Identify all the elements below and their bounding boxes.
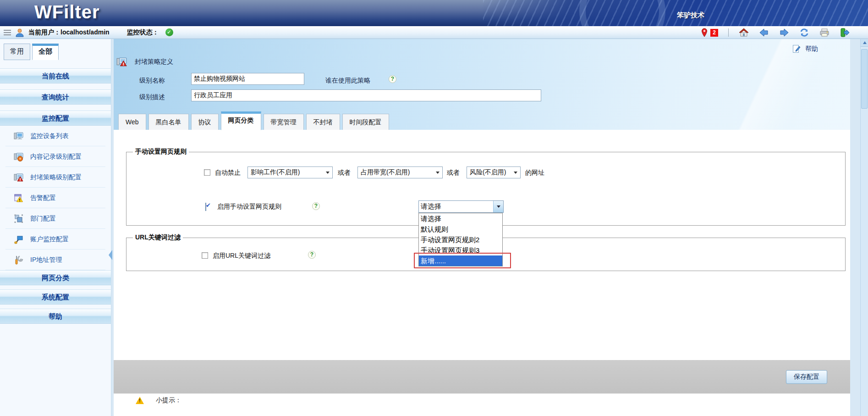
- monitor-icon: [14, 131, 24, 141]
- who-uses-policy-label: 谁在使用此策略: [325, 77, 370, 85]
- brand-text: 笨驴技术: [677, 11, 704, 20]
- sidebar-group-web-category[interactable]: 网页分类: [0, 270, 111, 285]
- sidebar-group-system-config[interactable]: 系统配置: [0, 289, 111, 305]
- toolbar-separator: [728, 28, 729, 37]
- pin-icon: [699, 28, 709, 38]
- url-filter-help-icon[interactable]: ?: [308, 251, 316, 259]
- url-filter-legend: URL关键词过滤: [133, 233, 183, 242]
- sidebar-item-label: 告警配置: [30, 194, 56, 202]
- vertical-scrollbar[interactable]: [860, 39, 868, 416]
- enable-url-filter-label: 启用URL关键词过滤: [213, 250, 270, 261]
- rule-select-dropdown-button[interactable]: [493, 201, 503, 212]
- manual-rules-legend: 手动设置网页规则: [133, 148, 189, 156]
- sidebar-item-content-record-level[interactable]: 内容记录级别配置: [0, 146, 111, 167]
- enable-url-filter-checkbox[interactable]: [202, 252, 208, 259]
- status-ok-icon: ✓: [165, 28, 173, 36]
- annotation-red-box: [414, 253, 511, 268]
- tab-web[interactable]: Web: [118, 114, 146, 130]
- department-icon: [14, 214, 24, 224]
- rule-select-value: 请选择: [419, 202, 441, 211]
- sidebar-item-label: 账户监控配置: [30, 235, 69, 244]
- main-content: 帮助 封堵策略定义 级别名称 谁在使用此策略 ? 级别描述 Web 黑白名单 协…: [114, 39, 850, 416]
- top-banner: WFilter 笨驴技术: [0, 0, 868, 26]
- sidebar-item-label: 部门配置: [30, 215, 56, 223]
- forward-arrow-icon[interactable]: [779, 28, 789, 38]
- sidebar-item-label: IP地址管理: [30, 256, 62, 264]
- logout-icon[interactable]: [840, 28, 850, 38]
- policy-tabbar: Web 黑白名单 协议 网页分类 带宽管理 不封堵 时间段配置: [118, 113, 389, 130]
- back-arrow-icon[interactable]: [759, 28, 769, 38]
- sidebar-group-help[interactable]: 帮助: [0, 309, 111, 324]
- rule-option[interactable]: 请选择: [419, 213, 502, 224]
- sidebar-item-ip-management[interactable]: IP地址管理: [0, 250, 111, 270]
- sidebar-tabbar: 常用 全部: [0, 39, 111, 64]
- level-desc-input[interactable]: [191, 89, 541, 101]
- flag-icon: [14, 234, 24, 244]
- sidebar-item-label: 封堵策略级别配置: [30, 173, 82, 182]
- save-config-button[interactable]: 保存配置: [786, 370, 827, 384]
- sidebar-collapse-arrow-icon[interactable]: [109, 250, 112, 260]
- work-impact-select[interactable]: 影响工作(不启用): [247, 166, 333, 178]
- scrollbar-thumb[interactable]: [861, 49, 868, 109]
- alert-count-badge: 2: [710, 29, 718, 37]
- help-doc-icon: [792, 44, 801, 53]
- level-name-label: 级别名称: [139, 77, 165, 85]
- risk-select[interactable]: 风险(不启用): [467, 166, 521, 178]
- tab-time-period[interactable]: 时间段配置: [342, 114, 389, 130]
- footer-action-bar: [114, 360, 850, 394]
- risk-value: 风险(不启用): [470, 168, 506, 177]
- who-uses-help-icon[interactable]: ?: [389, 75, 396, 83]
- monitor-gear-icon: [14, 152, 24, 162]
- scroll-up-arrow-icon[interactable]: [861, 39, 868, 47]
- sidebar-item-department-config[interactable]: 部门配置: [0, 208, 111, 229]
- printer-icon[interactable]: [819, 28, 830, 38]
- chevron-down-icon: [436, 172, 439, 174]
- manual-rules-help-icon[interactable]: ?: [312, 202, 320, 210]
- rule-option[interactable]: 默认规则: [419, 224, 502, 234]
- enable-manual-rules-checkbox[interactable]: [205, 203, 206, 211]
- alerts-indicator[interactable]: 2: [699, 28, 718, 38]
- toolbar: 当前用户：localhost/admin 监控状态： ✓ 2: [0, 26, 868, 39]
- sidebar-item-label: 监控设备列表: [30, 132, 69, 140]
- tab-no-block[interactable]: 不封堵: [306, 114, 340, 130]
- current-user-label: 当前用户：localhost/admin: [28, 28, 110, 37]
- app-logo: WFilter: [34, 2, 100, 22]
- url-suffix-label: 的网址: [525, 166, 544, 178]
- rule-select[interactable]: 请选择: [418, 200, 504, 213]
- sidebar-item-alarm-config[interactable]: 告警配置: [0, 188, 111, 208]
- user-icon: [15, 28, 25, 38]
- tools-icon: [14, 255, 24, 265]
- sidebar-item-label: 内容记录级别配置: [30, 153, 82, 161]
- sidebar-group-monitor-config[interactable]: 监控配置: [0, 111, 111, 126]
- sidebar-item-account-monitor-config[interactable]: 账户监控配置: [0, 229, 111, 250]
- level-name-input[interactable]: [191, 73, 304, 85]
- tab-blackwhite-list[interactable]: 黑白名单: [148, 114, 189, 130]
- auto-ban-checkbox[interactable]: [204, 169, 210, 176]
- help-link-label: 帮助: [805, 45, 818, 53]
- bandwidth-value: 占用带宽(不启用): [361, 168, 410, 177]
- or-label-2: 或者: [447, 166, 460, 178]
- sidebar-item-block-policy-level[interactable]: 封堵策略级别配置: [0, 167, 111, 188]
- tab-protocol[interactable]: 协议: [191, 114, 219, 130]
- home-icon[interactable]: [739, 28, 749, 38]
- level-desc-label: 级别描述: [139, 93, 165, 101]
- page-title: 封堵策略定义: [135, 58, 173, 66]
- menu-icon[interactable]: [4, 30, 11, 35]
- tab-web-category[interactable]: 网页分类: [221, 111, 261, 130]
- rule-option[interactable]: 手动设置网页规则2: [419, 234, 502, 245]
- sidebar-group-online[interactable]: 当前在线: [0, 68, 111, 83]
- bandwidth-select[interactable]: 占用带宽(不启用): [357, 166, 443, 178]
- tab-bandwidth[interactable]: 带宽管理: [264, 114, 304, 130]
- alarm-icon: [14, 193, 24, 203]
- sidebar-tab-all[interactable]: 全部: [32, 44, 59, 60]
- help-link[interactable]: 帮助: [792, 44, 818, 53]
- tip-label: 小提示：: [156, 396, 181, 405]
- monitor-alert-icon: [14, 172, 24, 183]
- monitor-status-label: 监控状态：: [127, 28, 159, 37]
- sidebar-item-device-list[interactable]: 监控设备列表: [0, 126, 111, 146]
- refresh-icon[interactable]: [799, 28, 809, 38]
- sidebar-group-query-stats[interactable]: 查询统计: [0, 89, 111, 105]
- warning-icon: [136, 397, 144, 404]
- sidebar-tab-common[interactable]: 常用: [4, 44, 30, 60]
- block-policy-icon: [116, 56, 127, 67]
